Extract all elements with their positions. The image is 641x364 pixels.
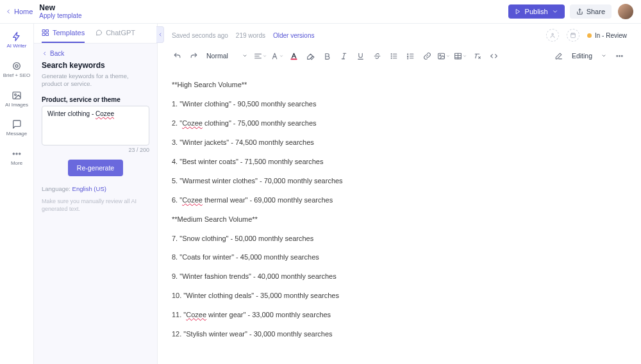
- bold-button[interactable]: [319, 48, 335, 63]
- underline-icon: [356, 52, 365, 60]
- language-link[interactable]: English (US): [72, 185, 106, 192]
- chevron-down-icon: [279, 52, 283, 60]
- publish-label: Publish: [525, 8, 548, 15]
- word-count: 219 words: [236, 32, 265, 39]
- doc-title[interactable]: New: [39, 3, 81, 12]
- clear-format-button[interactable]: [469, 48, 485, 63]
- redo-button[interactable]: [186, 48, 201, 63]
- rail-label: Message: [6, 131, 27, 137]
- svg-point-6: [19, 153, 21, 154]
- image-button[interactable]: [436, 48, 451, 63]
- add-date-button[interactable]: [567, 29, 579, 42]
- rail-message[interactable]: Message: [0, 118, 33, 138]
- chevron-left-icon: [42, 51, 47, 56]
- svg-point-5: [16, 153, 17, 154]
- table-button[interactable]: [453, 48, 468, 63]
- dots-icon: [615, 52, 624, 60]
- svg-point-4: [13, 153, 14, 154]
- apply-template-link[interactable]: Apply template: [39, 12, 81, 20]
- top-bar: Home New Apply template Publish Share: [0, 0, 641, 24]
- paragraph-style-select[interactable]: Normal: [203, 52, 251, 60]
- numbered-list-button[interactable]: [403, 48, 418, 63]
- code-button[interactable]: [486, 48, 501, 63]
- field-label: Product, service or theme: [42, 96, 149, 103]
- panel-collapse-handle[interactable]: [156, 26, 164, 43]
- svg-rect-8: [46, 30, 49, 33]
- highlight-button[interactable]: [303, 48, 318, 63]
- redo-icon: [190, 52, 198, 60]
- back-label: Back: [50, 50, 64, 57]
- chevron-down-icon: [601, 53, 606, 58]
- svg-point-0: [13, 62, 21, 69]
- font-icon: [271, 52, 279, 60]
- align-button[interactable]: [253, 48, 268, 63]
- rail-more[interactable]: More: [0, 147, 33, 168]
- rail-ai-images[interactable]: AI Images: [0, 89, 33, 110]
- tab-chatgpt[interactable]: ChatGPT: [95, 29, 135, 43]
- rail-brief-seo[interactable]: Brief + SEO: [0, 60, 33, 80]
- status-pill[interactable]: In - Review: [587, 32, 627, 39]
- avatar[interactable]: [618, 4, 633, 19]
- strikethrough-icon: [373, 52, 381, 60]
- home-label: Home: [14, 8, 33, 15]
- main: AI Writer Brief + SEO AI Images Message …: [0, 24, 641, 364]
- svg-point-19: [616, 55, 617, 56]
- undo-button[interactable]: [169, 48, 185, 63]
- link-icon: [423, 52, 431, 60]
- older-versions-link[interactable]: Older versions: [273, 32, 314, 39]
- text-color-button[interactable]: [286, 48, 301, 63]
- add-assignee-button[interactable]: [546, 29, 559, 42]
- bold-icon: [323, 52, 331, 60]
- style-label: Normal: [206, 52, 228, 60]
- theme-input[interactable]: Winter clothing - Cozee: [42, 106, 149, 145]
- share-icon: [576, 8, 583, 15]
- font-button[interactable]: [269, 48, 285, 63]
- mode-label: Editing: [572, 52, 592, 60]
- doc-line: 9. "Winter fashion trends" - 40,000 mont…: [172, 272, 622, 282]
- italic-button[interactable]: [336, 48, 351, 63]
- message-icon: [12, 119, 22, 129]
- share-button[interactable]: Share: [570, 4, 612, 19]
- doc-line: 8. "Coats for winter" - 45,000 monthly s…: [172, 252, 622, 263]
- doc-line: 11. "Cozee winter gear" - 33,000 monthly…: [172, 310, 622, 320]
- tab-label: Templates: [53, 29, 85, 37]
- link-button[interactable]: [419, 48, 435, 63]
- undo-icon: [173, 52, 181, 60]
- rail-ai-writer[interactable]: AI Writer: [0, 30, 33, 51]
- bullet-list-icon: [390, 52, 398, 60]
- tab-templates[interactable]: Templates: [42, 29, 85, 43]
- strikethrough-button[interactable]: [369, 48, 385, 63]
- tab-label: ChatGPT: [106, 29, 135, 37]
- char-counter: 23 / 200: [42, 147, 149, 153]
- doc-line: 2. "Cozee clothing" - 75,000 monthly sea…: [172, 119, 622, 129]
- meta-row: Saved seconds ago 219 words Older versio…: [158, 24, 641, 42]
- chat-icon: [95, 29, 103, 37]
- doc-line: 1. "Winter clothing" - 90,500 monthly se…: [172, 99, 622, 110]
- status-label: In - Review: [595, 32, 627, 39]
- more-button[interactable]: [612, 48, 627, 63]
- image-icon: [437, 52, 445, 60]
- share-label: Share: [587, 8, 605, 15]
- mode-select[interactable]: Editing: [568, 52, 610, 60]
- panel-body: Search keywords Generate keywords for a …: [34, 61, 157, 220]
- editor-toolbar: Normal Editing: [158, 42, 641, 70]
- document-body[interactable]: **High Search Volume**1. "Winter clothin…: [158, 70, 641, 364]
- publish-button[interactable]: Publish: [508, 4, 565, 19]
- italic-icon: [340, 52, 348, 60]
- home-link[interactable]: Home: [5, 8, 33, 15]
- doc-line: 3. "Winter jackets" - 74,500 monthly sea…: [172, 138, 622, 148]
- underline-button[interactable]: [353, 48, 368, 63]
- chevron-down-icon: [463, 52, 467, 60]
- regenerate-button[interactable]: Re-generate: [68, 160, 123, 176]
- back-link[interactable]: Back: [34, 44, 157, 61]
- svg-point-11: [552, 33, 554, 35]
- svg-point-14: [391, 55, 392, 56]
- user-icon: [549, 32, 556, 38]
- calendar-icon: [570, 32, 576, 38]
- svg-point-20: [619, 55, 620, 56]
- pen-button[interactable]: [551, 48, 567, 63]
- templates-panel: Templates ChatGPT Back Search keywords G…: [34, 24, 158, 364]
- bullet-list-button[interactable]: [386, 48, 401, 63]
- svg-point-3: [15, 94, 17, 95]
- review-note: Make sure you manually review all AI gen…: [42, 197, 149, 213]
